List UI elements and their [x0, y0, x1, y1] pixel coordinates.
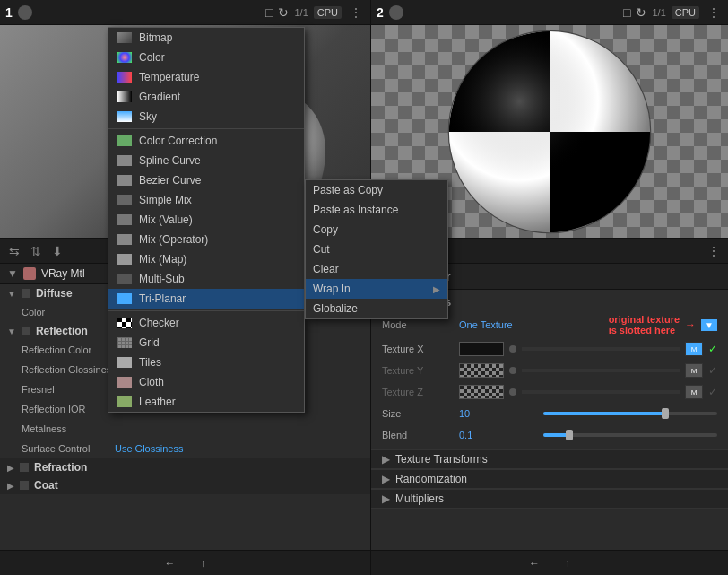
- ctx-leather[interactable]: Leather: [108, 392, 304, 412]
- right-fraction: 1/1: [652, 7, 665, 18]
- reflection-section-icon: [22, 327, 30, 335]
- texture-y-check: ✓: [708, 364, 717, 377]
- tiles-icon: [117, 357, 132, 368]
- left-icon-square[interactable]: □: [265, 5, 273, 20]
- ctx-tiles-label: Tiles: [139, 356, 297, 369]
- blend-row: Blend 0.1: [371, 424, 728, 446]
- right-cpu-label: CPU: [672, 6, 699, 19]
- left-toolbar-up[interactable]: ⇅: [27, 242, 45, 260]
- gradient-icon: [117, 91, 132, 102]
- ctx-spline-curve[interactable]: Spline Curve: [108, 151, 304, 170]
- fresnel-label: Fresnel: [22, 384, 111, 395]
- diffuse-arrow-icon: ▼: [7, 289, 16, 299]
- mode-dropdown-button[interactable]: ▼: [701, 319, 717, 331]
- size-slider-track[interactable]: [543, 412, 717, 415]
- texture-z-row: Texture Z M ✓: [371, 381, 728, 403]
- left-more-button[interactable]: ⋮: [347, 4, 365, 21]
- ctx-grid[interactable]: Grid: [108, 333, 304, 353]
- texture-z-swatch[interactable]: [459, 385, 504, 399]
- randomization-section[interactable]: ▶ Randomization: [371, 469, 728, 489]
- right-nav-back[interactable]: ←: [525, 555, 543, 571]
- left-props-title: VRay Mtl: [41, 267, 85, 280]
- sub-ctx-paste-copy[interactable]: Paste as Copy: [306, 180, 447, 200]
- texture-transforms-section[interactable]: ▶ Texture Transforms: [371, 449, 728, 469]
- ctx-simple-mix[interactable]: Simple Mix: [108, 190, 304, 210]
- refraction-section-header[interactable]: ▶ Refraction: [0, 458, 370, 476]
- reflection-glossiness-label: Reflection Glossiness: [22, 364, 117, 375]
- sub-ctx-copy[interactable]: Copy: [306, 220, 447, 240]
- left-icon-recycle[interactable]: ↻: [278, 5, 289, 20]
- reflection-section-label: Reflection: [36, 325, 88, 337]
- coat-section-header[interactable]: ▶ Coat: [0, 476, 370, 494]
- texture-z-check: ✓: [708, 386, 717, 398]
- texture-y-btn[interactable]: M: [685, 363, 703, 378]
- blend-slider-thumb[interactable]: [566, 430, 573, 440]
- right-icon-recycle[interactable]: ↻: [636, 5, 646, 20]
- ctx-mix-operator[interactable]: Mix (Operator): [108, 230, 304, 249]
- size-label: Size: [382, 408, 454, 419]
- left-nav-up[interactable]: ↑: [197, 555, 210, 571]
- paste-copy-label: Paste as Copy: [313, 184, 440, 196]
- texture-z-btn[interactable]: M: [685, 385, 703, 399]
- ctx-tri-planar[interactable]: Tri-Planar: [108, 289, 304, 309]
- ctx-mix-map[interactable]: Mix (Map): [108, 249, 304, 269]
- sub-ctx-globalize[interactable]: Globalize: [306, 299, 447, 318]
- ctx-checker[interactable]: Checker: [108, 313, 304, 333]
- diffuse-section-icon: [22, 289, 30, 298]
- ctx-temperature[interactable]: Temperature: [108, 67, 304, 87]
- sub-ctx-wrap-in[interactable]: Wrap In ▶: [306, 279, 447, 299]
- paste-instance-label: Paste as Instance: [313, 204, 440, 216]
- right-icon-square[interactable]: □: [623, 5, 630, 20]
- bitmap-icon: [117, 32, 132, 43]
- size-slider-thumb[interactable]: [662, 408, 669, 419]
- annotation-text: original textureis slotted here: [609, 314, 680, 335]
- texture-y-swatch[interactable]: [459, 363, 504, 378]
- left-cpu-label: CPU: [314, 6, 342, 19]
- ctx-bitmap[interactable]: Bitmap: [108, 28, 304, 48]
- ctx-separator-1: [108, 128, 304, 129]
- right-more-options[interactable]: ⋮: [705, 243, 723, 259]
- refraction-icon: [20, 463, 29, 472]
- ctx-multi-sub[interactable]: Multi-Sub: [108, 269, 304, 289]
- texture-x-swatch[interactable]: [459, 342, 504, 356]
- size-value[interactable]: 10: [459, 408, 531, 419]
- wrap-in-arrow-icon: ▶: [433, 284, 440, 294]
- sub-ctx-cut[interactable]: Cut: [306, 240, 447, 259]
- left-nav-back[interactable]: ←: [161, 555, 179, 571]
- bezier-icon: [117, 175, 132, 186]
- left-nav-bar: ← ↑: [0, 550, 370, 575]
- ctx-color[interactable]: Color: [108, 48, 304, 67]
- ctx-gradient[interactable]: Gradient: [108, 87, 304, 107]
- ctx-cloth[interactable]: Cloth: [108, 372, 304, 392]
- right-top-bar: 2 □ ↻ 1/1 CPU ⋮: [371, 0, 728, 25]
- mode-value[interactable]: One Texture: [459, 319, 531, 330]
- ctx-separator-2: [108, 310, 304, 311]
- multipliers-section[interactable]: ▶ Multipliers: [371, 489, 728, 509]
- cut-label: Cut: [313, 243, 440, 256]
- mode-label: Mode: [382, 319, 454, 330]
- texture-y-row: Texture Y M ✓: [371, 360, 728, 381]
- randomization-label: Randomization: [395, 473, 467, 485]
- sub-ctx-clear[interactable]: Clear: [306, 259, 447, 279]
- ctx-color-correction[interactable]: Color Correction: [108, 131, 304, 151]
- right-more-button[interactable]: ⋮: [705, 4, 723, 21]
- ctx-mix-value[interactable]: Mix (Value): [108, 210, 304, 230]
- right-nav-up[interactable]: ↑: [561, 555, 574, 571]
- texture-x-btn[interactable]: M: [685, 342, 703, 356]
- left-props-arrow: ▼: [7, 267, 18, 280]
- ctx-color-correction-label: Color Correction: [139, 135, 297, 147]
- use-glossiness-button[interactable]: Use Glossiness: [115, 443, 183, 454]
- ctx-cloth-label: Cloth: [139, 376, 297, 388]
- texture-x-row: Texture X M ✓: [371, 338, 728, 360]
- sub-ctx-paste-instance[interactable]: Paste as Instance: [306, 200, 447, 220]
- left-toolbar-arrows[interactable]: ⇆: [5, 242, 23, 260]
- blend-slider-track[interactable]: [543, 433, 717, 437]
- left-toolbar-download[interactable]: ⬇: [48, 242, 66, 260]
- ctx-tiles[interactable]: Tiles: [108, 353, 304, 372]
- ctx-sky[interactable]: Sky: [108, 107, 304, 126]
- blend-value[interactable]: 0.1: [459, 430, 531, 440]
- right-viewport-number: 2: [377, 5, 384, 20]
- texture-y-dot: [509, 367, 516, 374]
- ctx-bezier-curve[interactable]: Bezier Curve: [108, 170, 304, 190]
- wrap-in-label: Wrap In: [313, 283, 428, 295]
